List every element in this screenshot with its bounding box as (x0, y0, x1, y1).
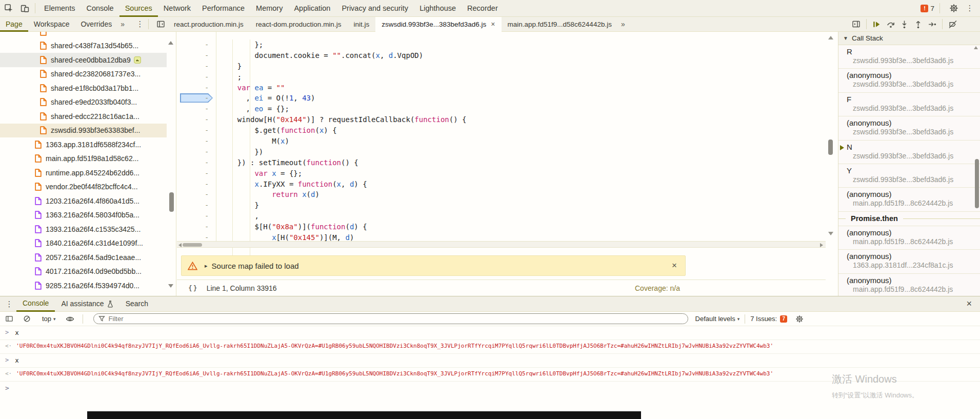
issues-label[interactable]: 7 Issues: (750, 315, 777, 323)
close-tab-icon[interactable]: × (491, 17, 495, 32)
gutter-line[interactable]: - (177, 72, 216, 83)
tree-file-item[interactable]: 1203.216a26f4.4f860a41d5... (0, 194, 167, 208)
tab-elements[interactable]: Elements (38, 0, 81, 17)
drawer-menu-icon[interactable]: ⋮ (2, 297, 16, 311)
code-line[interactable]: , eo = {}; (220, 104, 826, 114)
issues-badge-icon[interactable]: ! (921, 5, 928, 12)
gutter-line[interactable]: - (177, 222, 216, 232)
console-result-row[interactable]: <·'UF0RC0mx4tuXKJBVOH4GDlni0C4k94qf8nzyJ… (0, 340, 980, 354)
file-tab-init-js[interactable]: init.js (347, 17, 375, 32)
file-tab-main-app-fd51f9-d58c624442b-js[interactable]: main.app.fd51f9...d58c624442b.js (502, 17, 618, 32)
tree-file-item[interactable]: 1363.app.3181df6588f234cf... (0, 137, 167, 152)
step-icon[interactable] (925, 17, 939, 31)
tree-file-item[interactable]: vendor.2be0f44f82bcffc4c4... (0, 180, 167, 194)
gutter-line[interactable]: - (177, 50, 216, 61)
code-line[interactable]: }) (220, 147, 826, 157)
gutter-line[interactable]: - (177, 200, 216, 211)
line-gutter[interactable]: ------------------- (177, 32, 216, 241)
call-stack-frame[interactable]: F zswsdid.993bf3e...3befd3ad6.js (838, 93, 980, 116)
tab-privacy-and-security[interactable]: Privacy and security (336, 0, 414, 17)
gutter-line[interactable]: - (177, 211, 216, 222)
file-tab-zswsdid-993bf3e-383befd3ad6-js[interactable]: zswsdid.993bf3e...383befd3ad6.js× (375, 17, 501, 32)
code-line[interactable]: , ei = O(!1, 43) (220, 93, 826, 104)
gutter-line[interactable]: - (177, 136, 216, 147)
code-line[interactable]: , (220, 211, 826, 222)
code-line[interactable]: var ea = "" (220, 83, 826, 93)
filter-input[interactable]: Filter (93, 313, 688, 324)
gutter-line[interactable]: - (177, 125, 216, 136)
navigator-tab-workspace[interactable]: Workspace (28, 17, 75, 32)
code-line[interactable]: $[H("0x8a")](function(d) { (220, 222, 826, 232)
settings-gear-icon[interactable] (947, 2, 961, 15)
console-settings-gear-icon[interactable] (792, 312, 807, 326)
context-selector[interactable]: top (42, 315, 51, 323)
tree-file-item[interactable]: 2057.216a26f4.5ad9c1eaae... (0, 250, 167, 265)
expand-warning-icon[interactable]: ▸ (205, 263, 208, 269)
clear-console-icon[interactable] (19, 312, 34, 326)
panel-toggle-icon[interactable] (849, 17, 863, 31)
call-stack-frame[interactable]: R zswsdid.993bf3e...3befd3ad6.js (838, 45, 980, 69)
step-out-icon[interactable] (911, 17, 925, 31)
gutter-line[interactable]: - (177, 104, 216, 114)
hide-navigator-icon[interactable] (153, 17, 168, 31)
hscrollbar-thumb[interactable] (183, 243, 202, 247)
tree-file-item[interactable]: shared-c438f7a13d54b65... (0, 39, 167, 53)
tab-recorder[interactable]: Recorder (462, 0, 504, 17)
tree-file-item[interactable]: shared-dc23820681737e3... (0, 67, 167, 82)
navigator-tab-overrides[interactable]: Overrides (75, 17, 117, 32)
tab-console[interactable]: Console (81, 0, 119, 17)
call-stack-frame[interactable]: Y zswsdid.993bf3e...3befd3ad6.js (838, 164, 980, 188)
tree-file-item[interactable]: 9285.216a26f4.f5394974d0... (0, 278, 167, 293)
call-stack-frame[interactable]: (anonymous) zswsdid.993bf3e...3befd3ad6.… (838, 69, 980, 92)
device-toolbar-icon[interactable] (17, 2, 32, 15)
tree-file-item[interactable]: zswsdid.993bf3e63383bef... (0, 124, 167, 138)
tree-file-item[interactable]: shared-e9ed2033fb040f3... (0, 95, 167, 110)
code-line[interactable]: return x(d) (220, 189, 826, 200)
navigator-tab-page[interactable]: Page (0, 17, 28, 32)
tab-application[interactable]: Application (288, 0, 336, 17)
code-editor[interactable]: ------------------- }; document.cookie =… (177, 32, 826, 296)
inspect-icon[interactable] (2, 2, 16, 15)
code-line[interactable]: x[H("0x145")](M, d) (220, 232, 826, 241)
scroll-up-icon[interactable] (974, 46, 978, 49)
more-options-icon[interactable]: ⋮ (963, 2, 977, 15)
tree-file-item[interactable]: 1393.216a26f4.c1535c3425... (0, 222, 167, 236)
drawer-tab-ai-assistance[interactable]: AI assistance (55, 296, 119, 312)
tree-file-item[interactable]: shared-edcc2218c16ac1a... (0, 109, 167, 124)
gutter-line[interactable]: - (177, 114, 216, 125)
scroll-down-icon[interactable] (828, 232, 833, 235)
code-line[interactable]: document.cookie = "".concat(x, d.VqpOD) (220, 50, 826, 61)
code-line[interactable]: M(x) (220, 136, 826, 147)
code-line[interactable]: window[H("0x144")] ? requestIdleCallback… (220, 114, 826, 125)
tab-memory[interactable]: Memory (250, 0, 288, 17)
code-line[interactable]: ; (220, 72, 826, 83)
vscrollbar-thumb[interactable] (828, 139, 833, 155)
pretty-print-icon[interactable]: {} (188, 284, 198, 292)
gutter-line[interactable]: - (177, 61, 216, 72)
file-tab-react-production-min-js[interactable]: react.production.min.js (168, 17, 250, 32)
scroll-right-icon[interactable] (820, 243, 823, 247)
tab-network[interactable]: Network (158, 0, 196, 17)
gutter-line[interactable]: - (177, 168, 216, 179)
tree-file-item[interactable]: main.app.fd51f98a1d58c62... (0, 152, 167, 166)
gutter-line[interactable]: - (177, 93, 216, 104)
coverage-status[interactable]: Coverage: n/a (635, 284, 680, 292)
issues-badge-icon[interactable]: 7 (780, 315, 787, 323)
sidebar-scrollbar-thumb[interactable] (975, 159, 979, 208)
code-line[interactable]: }; (220, 39, 826, 50)
call-stack-frame[interactable]: (anonymous) zswsdid.993bf3e...3befd3ad6.… (838, 116, 980, 140)
close-drawer-icon[interactable]: × (966, 298, 972, 309)
tree-file-item[interactable]: 4017.216a26f4.0d9e0bd5bb... (0, 265, 167, 279)
drawer-tab-console[interactable]: Console (16, 296, 55, 312)
call-stack-frame[interactable]: (anonymous) main.app.fd51f9...8c624442b.… (838, 188, 980, 211)
call-stack-frame[interactable]: N zswsdid.993bf3e...3befd3ad6.js (838, 141, 980, 164)
tab-performance[interactable]: Performance (196, 0, 250, 17)
tab-lighthouse[interactable]: Lighthouse (414, 0, 462, 17)
code-content[interactable]: }; document.cookie = "".concat(x, d.VqpO… (220, 32, 826, 241)
log-levels-selector[interactable]: Default levels (695, 315, 735, 323)
code-line[interactable]: }) : setTimeout(function() { (220, 157, 826, 168)
scroll-left-icon[interactable] (178, 243, 182, 247)
call-stack-frame[interactable]: (anonymous) main.app.fd51f9...8c624442b.… (838, 226, 980, 250)
code-line[interactable]: $.get(function(x) { (220, 125, 826, 136)
gutter-line[interactable]: - (177, 83, 216, 93)
